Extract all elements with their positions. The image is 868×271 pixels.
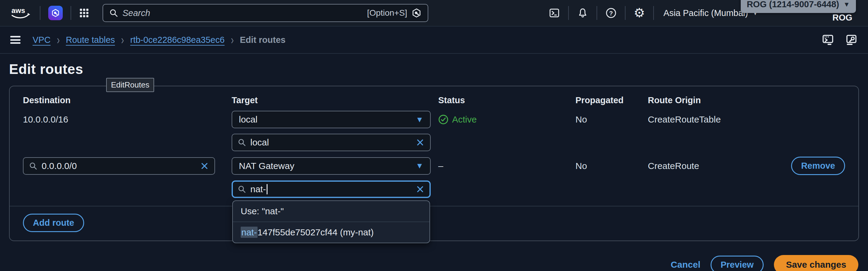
breadcrumb-separator: › [57,33,60,47]
suggestion-rest: 147f55de75027cf44 (my-nat) [257,227,374,237]
page-title: Edit routes [9,61,859,77]
suggestion-nat-gateway[interactable]: nat-147f55de75027cf44 (my-nat) [233,222,430,243]
breadcrumb-route-tables[interactable]: Route tables [66,35,115,45]
help-icon[interactable]: ? [605,7,617,19]
account-menu[interactable]: ROG [832,13,852,23]
divider [625,6,625,20]
notifications-bell-icon[interactable] [577,7,589,19]
breadcrumb-vpc[interactable]: VPC [33,35,51,45]
breadcrumb-bar: VPC › Route tables › rtb-0ce2286c98ea35e… [0,27,868,54]
main-content: Edit routes EditRoutes Destination Targe… [0,61,868,271]
top-navigation: aws [Option+S] [0,0,868,27]
add-route-button[interactable]: Add route [23,214,84,232]
route1-status: Active [438,114,568,125]
route2-destination-input-box[interactable] [23,157,215,175]
route1-propagated: No [576,114,640,125]
form-actions: Cancel Preview Save changes [9,255,859,271]
search-icon [238,138,246,147]
divider [596,6,597,20]
window-tools-icon[interactable] [845,33,858,46]
route2-target-filter-wrap: nat- Use: "nat-" nat-147f55de75027cf44 (… [231,180,431,198]
chevron-down-icon: ▼ [415,161,424,171]
cancel-button[interactable]: Cancel [671,260,700,270]
account-id-overlay[interactable]: ROG (1214-9007-6448) ▼ [741,0,856,13]
suggestion-match-highlight: nat- [241,227,257,238]
breadcrumb: VPC › Route tables › rtb-0ce2286c98ea35e… [33,34,286,46]
route2-target-value: NAT Gateway [239,161,415,171]
breadcrumb-route-table-id[interactable]: rtb-0ce2286c98ea35ec6 [130,35,225,45]
route1-target-select[interactable]: local ▼ [231,111,431,128]
q-hexagon-icon [411,8,422,18]
divider [568,6,569,20]
routes-editor-panel: Destination Target Status Propagated Rou… [9,86,859,241]
column-header-propagated: Propagated [576,95,640,105]
edit-routes-debug-tooltip: EditRoutes [106,78,154,92]
aws-logo[interactable]: aws [10,6,32,20]
route2-route-origin: CreateRoute [648,161,783,171]
chevron-down-icon: ▼ [415,115,424,124]
svg-text:aws: aws [11,6,25,14]
route1-target-value: local [239,114,415,125]
remove-route-button[interactable]: Remove [791,157,845,175]
divider [40,6,40,20]
column-header-route-origin: Route Origin [648,95,783,105]
suggestion-use-literal[interactable]: Use: "nat-" [233,201,430,222]
breadcrumb-current: Edit routes [240,35,285,45]
route2-destination-input[interactable] [42,161,196,171]
route2-target-filter-value: nat- [250,184,266,194]
region-label: Asia Pacific (Mumbai) [663,8,748,18]
breadcrumb-separator: › [121,33,124,47]
clear-icon[interactable] [200,161,209,171]
search-icon [29,162,37,170]
target-suggestions-dropdown: Use: "nat-" nat-147f55de75027cf44 (my-na… [232,200,430,243]
save-changes-button[interactable]: Save changes [774,255,858,271]
svg-text:?: ? [609,10,613,17]
terminal-window-icon[interactable] [822,33,834,46]
column-header-status: Status [438,95,568,105]
apps-grid-icon[interactable] [79,8,89,18]
clear-icon[interactable] [415,185,425,194]
route2-target-filter[interactable]: nat- [231,180,431,198]
cloudshell-icon[interactable] [548,7,560,19]
search-shortcut-hint: [Option+S] [367,8,407,18]
route1-status-label: Active [452,114,477,125]
panel-footer: Add route [10,206,858,241]
global-search-input[interactable] [122,8,363,18]
settings-gear-icon[interactable]: ⚙ [633,7,645,19]
global-search-bar[interactable]: [Option+S] [102,4,428,22]
account-overlay-label: ROG (1214-9007-6448) [747,0,839,9]
status-success-icon [438,114,448,125]
route2-propagated: No [576,161,640,171]
search-icon [109,8,118,18]
column-header-target: Target [231,95,431,105]
amazon-q-icon[interactable] [48,6,63,20]
side-menu-icon[interactable] [10,36,21,44]
breadcrumb-right-icons [822,33,858,46]
topnav-right-controls: ? ⚙ Asia Pacific (Mumbai) ▼ [548,6,758,20]
divider [653,6,654,20]
route2-target-select[interactable]: NAT Gateway ▼ [231,157,431,175]
route1-target-filter-input[interactable] [250,137,411,148]
route1-route-origin: CreateRouteTable [648,114,783,125]
preview-button[interactable]: Preview [711,255,764,271]
search-icon [238,185,246,193]
clear-icon[interactable] [415,138,425,147]
divider [70,6,71,20]
text-cursor [267,184,268,194]
route2-status: – [438,161,568,171]
routes-grid: Destination Target Status Propagated Rou… [23,95,845,198]
column-header-destination: Destination [23,95,224,105]
route1-destination: 10.0.0.0/16 [23,114,224,125]
route1-target-filter[interactable] [231,134,431,151]
breadcrumb-separator: › [231,33,234,47]
chevron-down-icon: ▼ [843,1,850,8]
